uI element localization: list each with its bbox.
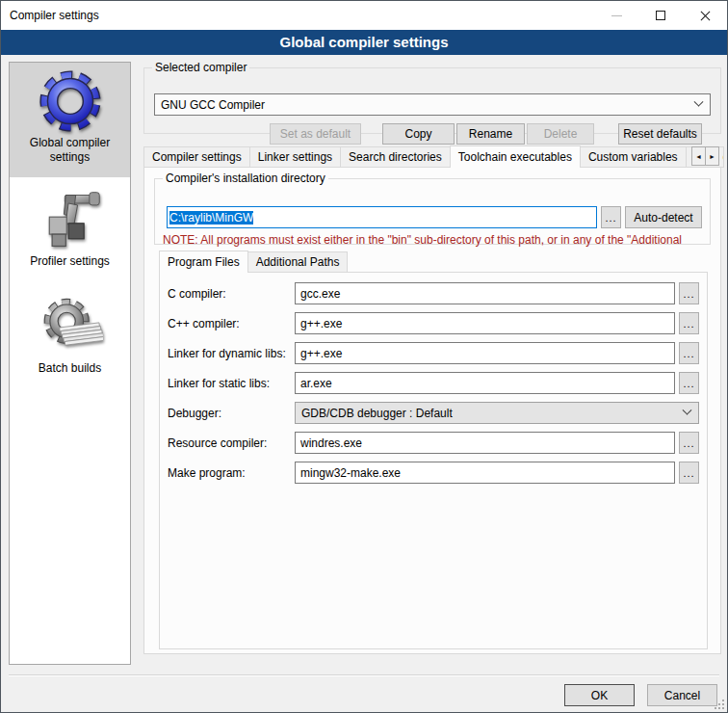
linker-static-label: Linker for static libs: <box>168 377 295 390</box>
settings-tabs: Compiler settings Linker settings Search… <box>143 145 723 168</box>
installation-directory-group-label: Compiler's installation directory <box>163 172 328 185</box>
debugger-select-value: GDB/CDB debugger : Default <box>301 407 684 420</box>
linker-dynamic-row: Linker for dynamic libs: ... <box>168 342 699 364</box>
tab-scroll-buttons: ◄ ► <box>692 146 719 166</box>
make-program-input[interactable] <box>295 462 675 484</box>
minimize-button[interactable] <box>594 1 638 30</box>
make-program-row: Make program: ... <box>168 462 699 484</box>
resource-compiler-browse-button[interactable]: ... <box>679 432 699 454</box>
chevron-down-icon <box>683 406 692 415</box>
make-program-label: Make program: <box>168 466 295 480</box>
linker-dynamic-browse-button[interactable]: ... <box>679 342 699 364</box>
c-compiler-browse-button[interactable]: ... <box>679 282 699 304</box>
maximize-button[interactable] <box>638 1 683 30</box>
program-files-page: C compiler: ... C++ compiler: ... Linker… <box>159 272 708 649</box>
sidebar-item-label: Global compiler settings <box>16 136 124 165</box>
debugger-label: Debugger: <box>168 407 295 420</box>
linker-dynamic-input[interactable] <box>295 342 675 364</box>
close-icon <box>699 10 712 22</box>
linker-static-row: Linker for static libs: ... <box>168 372 699 394</box>
window-controls <box>594 1 727 30</box>
sidebar-item-profiler-settings[interactable]: Profiler settings <box>10 177 130 269</box>
selected-compiler-group: Selected compiler GNU GCC Compiler Set a… <box>143 61 721 134</box>
tab-linker-settings[interactable]: Linker settings <box>249 146 341 168</box>
installation-directory-browse-button[interactable]: ... <box>601 206 621 228</box>
compiler-buttons-row: Set as default Copy Rename Delete Reset … <box>154 123 711 145</box>
toolchain-executables-page: Compiler's installation directory C:\ray… <box>143 167 721 654</box>
sidebar-item-label: Batch builds <box>16 361 124 376</box>
debugger-select[interactable]: GDB/CDB debugger : Default <box>295 402 699 424</box>
copy-button[interactable]: Copy <box>382 123 455 145</box>
tab-scroll-left-button[interactable]: ◄ <box>691 146 706 166</box>
debugger-row: Debugger: GDB/CDB debugger : Default <box>168 402 699 424</box>
installation-directory-input[interactable]: C:\raylib\MinGW <box>167 206 597 228</box>
resource-compiler-row: Resource compiler: ... <box>168 432 699 454</box>
page-title: Global compiler settings <box>1 30 727 55</box>
installation-directory-group: Compiler's installation directory C:\ray… <box>154 172 711 245</box>
cpp-compiler-browse-button[interactable]: ... <box>679 312 699 334</box>
tab-custom-variables[interactable]: Custom variables <box>580 146 687 168</box>
profiler-caliper-icon <box>36 185 105 254</box>
rename-button[interactable]: Rename <box>456 123 525 145</box>
compiler-settings-dialog: Compiler settings Global compiler settin… <box>0 0 728 713</box>
delete-button[interactable]: Delete <box>527 123 594 145</box>
maximize-icon <box>656 11 665 20</box>
c-compiler-input[interactable] <box>295 282 675 304</box>
reset-defaults-button[interactable]: Reset defaults <box>618 123 702 145</box>
auto-detect-button[interactable]: Auto-detect <box>625 206 702 228</box>
footer-divider <box>9 674 719 676</box>
cpp-compiler-input[interactable] <box>295 312 675 334</box>
set-as-default-button[interactable]: Set as default <box>270 123 361 145</box>
tab-toolchain-executables[interactable]: Toolchain executables <box>450 145 581 168</box>
cancel-button[interactable]: Cancel <box>647 684 717 706</box>
scroll-right-icon: ► <box>709 153 715 160</box>
window-title: Compiler settings <box>1 9 99 22</box>
selected-compiler-group-label: Selected compiler <box>152 61 249 74</box>
resize-grip-icon[interactable] <box>714 699 725 710</box>
c-compiler-row: C compiler: ... <box>168 282 699 304</box>
c-compiler-label: C compiler: <box>168 287 295 301</box>
tab-compiler-settings[interactable]: Compiler settings <box>143 146 250 168</box>
tab-scroll-right-button[interactable]: ► <box>705 146 719 166</box>
installation-directory-value: C:\raylib\MinGW <box>169 211 253 224</box>
close-button[interactable] <box>683 1 727 30</box>
tab-additional-paths[interactable]: Additional Paths <box>247 251 349 273</box>
sidebar-item-label: Profiler settings <box>16 254 124 269</box>
tab-search-directories[interactable]: Search directories <box>340 146 451 168</box>
tab-program-files[interactable]: Program Files <box>159 251 248 273</box>
cpp-compiler-row: C++ compiler: ... <box>168 312 699 334</box>
sidebar-item-global-compiler-settings[interactable]: Global compiler settings <box>10 63 130 177</box>
compiler-select[interactable]: GNU GCC Compiler <box>154 93 711 116</box>
bin-subdirectory-note: NOTE: All programs must exist either in … <box>163 233 709 247</box>
ok-button[interactable]: OK <box>564 684 635 706</box>
compiler-select-value: GNU GCC Compiler <box>161 98 695 112</box>
resource-compiler-input[interactable] <box>295 432 675 454</box>
linker-static-input[interactable] <box>295 372 675 394</box>
blue-gear-icon <box>36 66 105 136</box>
sidebar-item-batch-builds[interactable]: Batch builds <box>10 269 130 376</box>
scroll-left-icon: ◄ <box>695 153 702 160</box>
sidebar: Global compiler settings <box>9 62 131 665</box>
installation-directory-row: C:\raylib\MinGW ... Auto-detect <box>167 206 702 228</box>
linker-static-browse-button[interactable]: ... <box>679 372 699 394</box>
chevron-down-icon <box>694 97 704 107</box>
titlebar: Compiler settings <box>1 1 727 30</box>
resource-compiler-label: Resource compiler: <box>168 436 295 450</box>
gray-gear-stack-icon <box>36 292 105 361</box>
minimize-icon <box>611 15 622 16</box>
linker-dynamic-label: Linker for dynamic libs: <box>168 347 295 360</box>
make-program-browse-button[interactable]: ... <box>679 462 699 484</box>
program-files-tabs: Program Files Additional Paths <box>159 251 347 273</box>
cpp-compiler-label: C++ compiler: <box>168 317 295 330</box>
